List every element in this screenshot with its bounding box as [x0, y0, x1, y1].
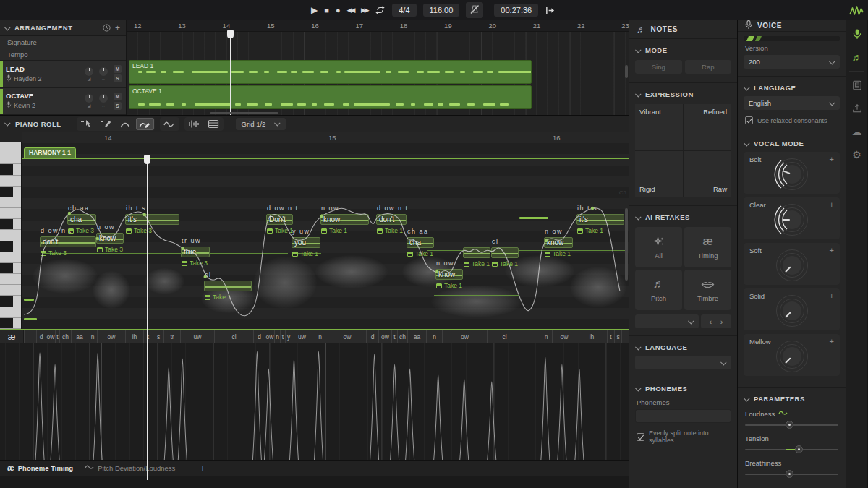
retake-timbre-button[interactable]: Timbre: [684, 270, 731, 310]
piano-key[interactable]: [0, 307, 21, 318]
phoneme-cell[interactable]: ow: [328, 330, 366, 343]
note[interactable]: n owknowTake 1: [435, 269, 463, 280]
track-lead[interactable]: LEAD Hayden 2 ◢ ↔ M S: [0, 61, 126, 88]
version-select[interactable]: 200: [744, 55, 840, 69]
phoneme-cell[interactable]: ow: [97, 330, 125, 343]
slider-handle[interactable]: [786, 470, 793, 478]
collapse-ai-retakes-icon[interactable]: [635, 214, 641, 220]
vocal-mode-clear[interactable]: Clear+: [744, 197, 840, 239]
take-label[interactable]: Take 3: [182, 260, 208, 267]
tempo-row[interactable]: Tempo: [0, 48, 126, 61]
phoneme-cell[interactable]: cl: [487, 330, 522, 343]
breathiness-slider[interactable]: [745, 474, 838, 475]
take-label[interactable]: Take 1: [436, 282, 462, 289]
piano-key[interactable]: [0, 296, 21, 307]
note[interactable]: ch aachaTake 1: [407, 237, 434, 248]
horizontal-scrollbar[interactable]: [210, 112, 278, 114]
take-label[interactable]: Take 1: [464, 260, 490, 267]
export-rail-button[interactable]: [851, 102, 864, 115]
piano-key[interactable]: [0, 230, 21, 241]
volume-knob[interactable]: [85, 94, 93, 103]
phoneme-cell[interactable]: uw: [180, 330, 214, 343]
note[interactable]: ih t sit'sTake 3: [125, 214, 179, 225]
arrangement-timeline[interactable]: 121314151617181920212223 LEAD 1 OCTAVE 1: [127, 20, 629, 115]
cloud-rail-button[interactable]: ☁: [851, 125, 864, 138]
group-tab[interactable]: HARMONY 1 1: [24, 147, 76, 158]
piano-key[interactable]: [0, 274, 21, 285]
phoneme-cell[interactable]: s: [614, 330, 621, 343]
add-automation-button[interactable]: +: [830, 247, 834, 254]
curve-tool[interactable]: [116, 118, 135, 130]
evenly-split-checkbox[interactable]: [637, 433, 644, 441]
history-icon[interactable]: [103, 24, 111, 32]
piano-key[interactable]: [0, 197, 21, 208]
phoneme-cell[interactable]: aa: [71, 330, 88, 343]
voice-avatar[interactable]: [744, 36, 840, 41]
dynamics-toggle[interactable]: [185, 118, 203, 130]
stop-button[interactable]: ■: [324, 7, 329, 14]
pitch-curve-toggle[interactable]: [161, 118, 179, 130]
collapse-pianoroll-icon[interactable]: [4, 120, 10, 126]
slider-handle[interactable]: [786, 421, 793, 429]
retake-next-button[interactable]: ›: [720, 317, 723, 326]
knob-solid[interactable]: [776, 295, 808, 327]
take-label[interactable]: Take 3: [97, 246, 123, 253]
phoneme-cell[interactable]: [621, 330, 628, 343]
play-button[interactable]: ▶: [311, 6, 318, 14]
tab-pitch-deviation-loudness[interactable]: Pitch Deviation/Loudness: [85, 464, 175, 472]
phoneme-cell[interactable]: ow: [552, 330, 576, 343]
phoneme-cell[interactable]: ih: [576, 330, 607, 343]
note-language-select[interactable]: [635, 356, 731, 369]
phonemes-input[interactable]: [635, 409, 731, 423]
take-label[interactable]: Take 3: [126, 227, 152, 234]
note[interactable]: d ow n tdon'tTake 1: [376, 214, 407, 225]
note[interactable]: Take 1: [463, 247, 490, 258]
phoneme-cell[interactable]: t: [280, 330, 285, 343]
collapse-phonemes-icon[interactable]: [635, 385, 641, 391]
phoneme-cell[interactable]: uw: [292, 330, 312, 343]
take-label[interactable]: Take 1: [205, 294, 231, 301]
fast-forward-button[interactable]: ▶▶: [361, 7, 368, 14]
tension-slider[interactable]: [745, 449, 838, 450]
pencil-tool[interactable]: [97, 118, 115, 130]
rewind-button[interactable]: ◀◀: [347, 7, 354, 14]
phoneme-cell[interactable]: ih: [125, 330, 143, 343]
piano-key[interactable]: [0, 285, 21, 296]
phoneme-cell[interactable]: ow: [265, 330, 274, 343]
loudness-slider[interactable]: [745, 424, 838, 426]
take-label[interactable]: Take 3: [41, 249, 67, 257]
piano-key[interactable]: [0, 187, 21, 197]
piano-key[interactable]: [0, 208, 21, 219]
voice-rail-button[interactable]: [851, 27, 864, 40]
retake-pitch-button[interactable]: ♬ Pitch: [635, 270, 682, 310]
phoneme-cell[interactable]: ow: [46, 330, 55, 343]
expression-pad[interactable]: Vibrant Refined Rigid Raw: [635, 104, 731, 197]
phoneme-cell[interactable]: t: [607, 330, 614, 343]
vocal-mode-mellow[interactable]: Mellow+: [744, 334, 840, 376]
metronome-toggle[interactable]: [466, 2, 483, 18]
mute-button[interactable]: M: [114, 65, 122, 73]
piano-key[interactable]: [0, 142, 21, 153]
take-label[interactable]: Take 1: [292, 250, 318, 257]
take-label[interactable]: Take 1: [321, 227, 347, 234]
retake-prev-button[interactable]: ‹: [710, 317, 712, 326]
roll-vertical-scrollbar[interactable]: [625, 208, 628, 281]
collapse-language-icon[interactable]: [635, 344, 641, 350]
piano-key[interactable]: [0, 252, 21, 263]
piano-keys[interactable]: [0, 142, 22, 329]
note[interactable]: n owknowTake 1: [320, 214, 369, 225]
collapse-voice-language-icon[interactable]: [744, 85, 749, 90]
knob-clear[interactable]: [776, 204, 808, 236]
note[interactable]: n owknowTake 3: [96, 233, 124, 244]
add-automation-button[interactable]: +: [830, 201, 834, 209]
arrangement-playhead[interactable]: [230, 30, 231, 115]
loop-button[interactable]: [375, 5, 386, 15]
phoneme-cell[interactable]: n: [274, 330, 280, 343]
collapse-vocal-mode-icon[interactable]: [744, 140, 749, 146]
piano-roll[interactable]: 141516 HARMONY 1 1 d ow n tdon'tTake 3ch…: [0, 132, 629, 329]
collapse-arrangement-icon[interactable]: [4, 25, 10, 30]
relaxed-consonants-checkbox[interactable]: [745, 116, 753, 124]
take-label[interactable]: Take 1: [267, 227, 293, 234]
clip-octave-1[interactable]: OCTAVE 1: [129, 85, 532, 109]
grid-select[interactable]: Grid 1/2: [236, 118, 286, 130]
